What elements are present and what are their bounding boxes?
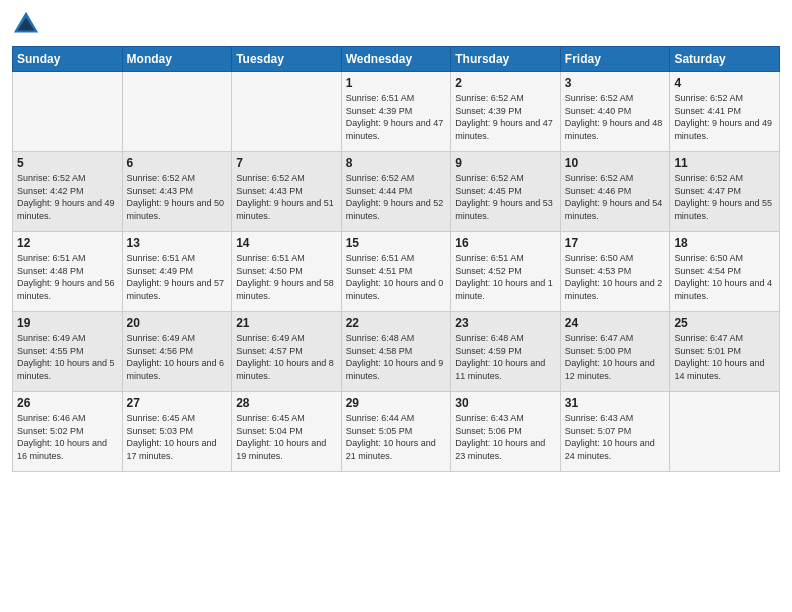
day-number: 11: [674, 156, 775, 170]
day-number: 3: [565, 76, 666, 90]
calendar-header-row: SundayMondayTuesdayWednesdayThursdayFrid…: [13, 47, 780, 72]
calendar-cell: 27Sunrise: 6:45 AMSunset: 5:03 PMDayligh…: [122, 392, 232, 472]
calendar-cell: 26Sunrise: 6:46 AMSunset: 5:02 PMDayligh…: [13, 392, 123, 472]
calendar-week-row: 1Sunrise: 6:51 AMSunset: 4:39 PMDaylight…: [13, 72, 780, 152]
cell-info: Sunrise: 6:48 AMSunset: 4:58 PMDaylight:…: [346, 332, 447, 382]
calendar-cell: 4Sunrise: 6:52 AMSunset: 4:41 PMDaylight…: [670, 72, 780, 152]
calendar-cell: 31Sunrise: 6:43 AMSunset: 5:07 PMDayligh…: [560, 392, 670, 472]
calendar-cell: 5Sunrise: 6:52 AMSunset: 4:42 PMDaylight…: [13, 152, 123, 232]
cell-info: Sunrise: 6:51 AMSunset: 4:51 PMDaylight:…: [346, 252, 447, 302]
calendar-cell: 21Sunrise: 6:49 AMSunset: 4:57 PMDayligh…: [232, 312, 342, 392]
cell-info: Sunrise: 6:51 AMSunset: 4:50 PMDaylight:…: [236, 252, 337, 302]
calendar-cell: 7Sunrise: 6:52 AMSunset: 4:43 PMDaylight…: [232, 152, 342, 232]
day-number: 16: [455, 236, 556, 250]
day-number: 23: [455, 316, 556, 330]
day-number: 13: [127, 236, 228, 250]
cell-info: Sunrise: 6:52 AMSunset: 4:43 PMDaylight:…: [236, 172, 337, 222]
calendar-cell: 15Sunrise: 6:51 AMSunset: 4:51 PMDayligh…: [341, 232, 451, 312]
day-header-sunday: Sunday: [13, 47, 123, 72]
day-number: 27: [127, 396, 228, 410]
calendar-cell: 9Sunrise: 6:52 AMSunset: 4:45 PMDaylight…: [451, 152, 561, 232]
calendar-cell: 12Sunrise: 6:51 AMSunset: 4:48 PMDayligh…: [13, 232, 123, 312]
calendar-week-row: 19Sunrise: 6:49 AMSunset: 4:55 PMDayligh…: [13, 312, 780, 392]
cell-info: Sunrise: 6:43 AMSunset: 5:07 PMDaylight:…: [565, 412, 666, 462]
day-number: 28: [236, 396, 337, 410]
day-number: 20: [127, 316, 228, 330]
calendar-cell: 10Sunrise: 6:52 AMSunset: 4:46 PMDayligh…: [560, 152, 670, 232]
calendar-cell: 19Sunrise: 6:49 AMSunset: 4:55 PMDayligh…: [13, 312, 123, 392]
calendar-cell: 3Sunrise: 6:52 AMSunset: 4:40 PMDaylight…: [560, 72, 670, 152]
cell-info: Sunrise: 6:49 AMSunset: 4:55 PMDaylight:…: [17, 332, 118, 382]
calendar-cell: 25Sunrise: 6:47 AMSunset: 5:01 PMDayligh…: [670, 312, 780, 392]
calendar-cell: 20Sunrise: 6:49 AMSunset: 4:56 PMDayligh…: [122, 312, 232, 392]
calendar-cell: [13, 72, 123, 152]
calendar-cell: 6Sunrise: 6:52 AMSunset: 4:43 PMDaylight…: [122, 152, 232, 232]
day-header-tuesday: Tuesday: [232, 47, 342, 72]
calendar-cell: [122, 72, 232, 152]
cell-info: Sunrise: 6:51 AMSunset: 4:39 PMDaylight:…: [346, 92, 447, 142]
cell-info: Sunrise: 6:52 AMSunset: 4:47 PMDaylight:…: [674, 172, 775, 222]
cell-info: Sunrise: 6:43 AMSunset: 5:06 PMDaylight:…: [455, 412, 556, 462]
day-number: 29: [346, 396, 447, 410]
cell-info: Sunrise: 6:52 AMSunset: 4:39 PMDaylight:…: [455, 92, 556, 142]
day-number: 2: [455, 76, 556, 90]
day-number: 14: [236, 236, 337, 250]
cell-info: Sunrise: 6:50 AMSunset: 4:54 PMDaylight:…: [674, 252, 775, 302]
cell-info: Sunrise: 6:48 AMSunset: 4:59 PMDaylight:…: [455, 332, 556, 382]
calendar-cell: 2Sunrise: 6:52 AMSunset: 4:39 PMDaylight…: [451, 72, 561, 152]
day-number: 8: [346, 156, 447, 170]
page-header: [12, 10, 780, 38]
calendar-cell: 24Sunrise: 6:47 AMSunset: 5:00 PMDayligh…: [560, 312, 670, 392]
day-number: 6: [127, 156, 228, 170]
cell-info: Sunrise: 6:52 AMSunset: 4:46 PMDaylight:…: [565, 172, 666, 222]
day-number: 7: [236, 156, 337, 170]
day-number: 1: [346, 76, 447, 90]
cell-info: Sunrise: 6:52 AMSunset: 4:40 PMDaylight:…: [565, 92, 666, 142]
day-number: 15: [346, 236, 447, 250]
calendar-week-row: 26Sunrise: 6:46 AMSunset: 5:02 PMDayligh…: [13, 392, 780, 472]
day-header-wednesday: Wednesday: [341, 47, 451, 72]
cell-info: Sunrise: 6:44 AMSunset: 5:05 PMDaylight:…: [346, 412, 447, 462]
day-number: 17: [565, 236, 666, 250]
day-number: 19: [17, 316, 118, 330]
cell-info: Sunrise: 6:51 AMSunset: 4:49 PMDaylight:…: [127, 252, 228, 302]
calendar-cell: 29Sunrise: 6:44 AMSunset: 5:05 PMDayligh…: [341, 392, 451, 472]
calendar-cell: 18Sunrise: 6:50 AMSunset: 4:54 PMDayligh…: [670, 232, 780, 312]
cell-info: Sunrise: 6:49 AMSunset: 4:57 PMDaylight:…: [236, 332, 337, 382]
calendar-cell: [232, 72, 342, 152]
cell-info: Sunrise: 6:52 AMSunset: 4:42 PMDaylight:…: [17, 172, 118, 222]
day-number: 22: [346, 316, 447, 330]
day-number: 9: [455, 156, 556, 170]
day-number: 24: [565, 316, 666, 330]
logo-icon: [12, 10, 40, 38]
cell-info: Sunrise: 6:52 AMSunset: 4:44 PMDaylight:…: [346, 172, 447, 222]
cell-info: Sunrise: 6:45 AMSunset: 5:03 PMDaylight:…: [127, 412, 228, 462]
day-number: 26: [17, 396, 118, 410]
calendar-cell: 14Sunrise: 6:51 AMSunset: 4:50 PMDayligh…: [232, 232, 342, 312]
calendar-cell: 16Sunrise: 6:51 AMSunset: 4:52 PMDayligh…: [451, 232, 561, 312]
day-number: 10: [565, 156, 666, 170]
cell-info: Sunrise: 6:52 AMSunset: 4:43 PMDaylight:…: [127, 172, 228, 222]
calendar-cell: 28Sunrise: 6:45 AMSunset: 5:04 PMDayligh…: [232, 392, 342, 472]
cell-info: Sunrise: 6:47 AMSunset: 5:01 PMDaylight:…: [674, 332, 775, 382]
day-number: 30: [455, 396, 556, 410]
cell-info: Sunrise: 6:52 AMSunset: 4:45 PMDaylight:…: [455, 172, 556, 222]
calendar-cell: 13Sunrise: 6:51 AMSunset: 4:49 PMDayligh…: [122, 232, 232, 312]
calendar-cell: 22Sunrise: 6:48 AMSunset: 4:58 PMDayligh…: [341, 312, 451, 392]
day-number: 21: [236, 316, 337, 330]
day-header-friday: Friday: [560, 47, 670, 72]
calendar-cell: 8Sunrise: 6:52 AMSunset: 4:44 PMDaylight…: [341, 152, 451, 232]
page-container: SundayMondayTuesdayWednesdayThursdayFrid…: [0, 0, 792, 482]
logo: [12, 10, 44, 38]
calendar-cell: 11Sunrise: 6:52 AMSunset: 4:47 PMDayligh…: [670, 152, 780, 232]
calendar-cell: [670, 392, 780, 472]
calendar-cell: 23Sunrise: 6:48 AMSunset: 4:59 PMDayligh…: [451, 312, 561, 392]
calendar-week-row: 5Sunrise: 6:52 AMSunset: 4:42 PMDaylight…: [13, 152, 780, 232]
cell-info: Sunrise: 6:50 AMSunset: 4:53 PMDaylight:…: [565, 252, 666, 302]
cell-info: Sunrise: 6:46 AMSunset: 5:02 PMDaylight:…: [17, 412, 118, 462]
calendar-cell: 17Sunrise: 6:50 AMSunset: 4:53 PMDayligh…: [560, 232, 670, 312]
calendar-week-row: 12Sunrise: 6:51 AMSunset: 4:48 PMDayligh…: [13, 232, 780, 312]
day-number: 5: [17, 156, 118, 170]
calendar-cell: 1Sunrise: 6:51 AMSunset: 4:39 PMDaylight…: [341, 72, 451, 152]
day-header-monday: Monday: [122, 47, 232, 72]
